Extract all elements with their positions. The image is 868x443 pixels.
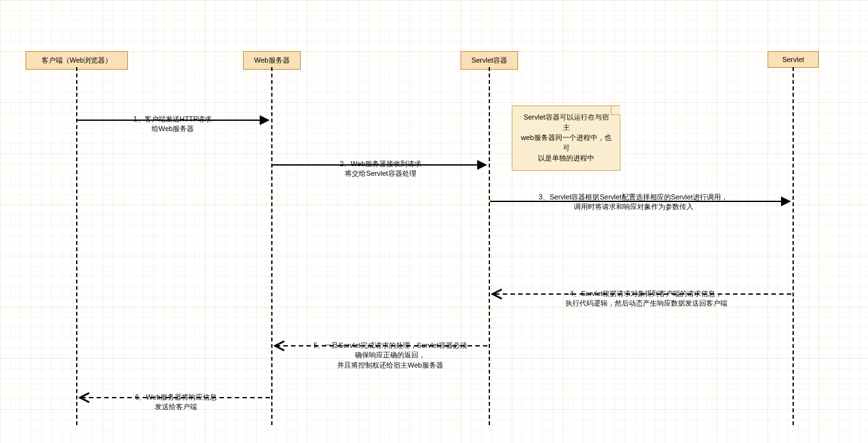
- participant-servlet: Servlet: [768, 51, 819, 68]
- msg-2-label: 2、Web服务器接收到请求将交给Servlet容器处理: [285, 159, 477, 179]
- msg-6-label: 6、Web服务器将响应信息发送给客户端: [102, 392, 249, 412]
- msg-5-label: 5、一旦Servlet完成请求的处理，Servlet容器必须确保响应正确的返回，…: [294, 341, 486, 370]
- msg-1-label: 1、客户端发送HTTP请求给Web服务器: [93, 114, 253, 134]
- arrows-layer: [0, 0, 868, 443]
- lifeline-container: [489, 67, 490, 425]
- lifeline-webserver: [271, 67, 272, 425]
- note-container: Servlet容器可以运行在与宿主web服务器同一个进程中，也可以是单独的进程中: [512, 105, 620, 171]
- lifeline-servlet: [793, 67, 794, 425]
- msg-4-label: 4、Servlet根据请求对象得到客户端的请求信息，执行代码逻辑，然后动态产生响…: [531, 289, 761, 309]
- msg-3-label: 3、Servlet容器根据Servlet配置选择相应的Servlet进行调用，调…: [512, 192, 755, 212]
- lifeline-client: [76, 67, 77, 425]
